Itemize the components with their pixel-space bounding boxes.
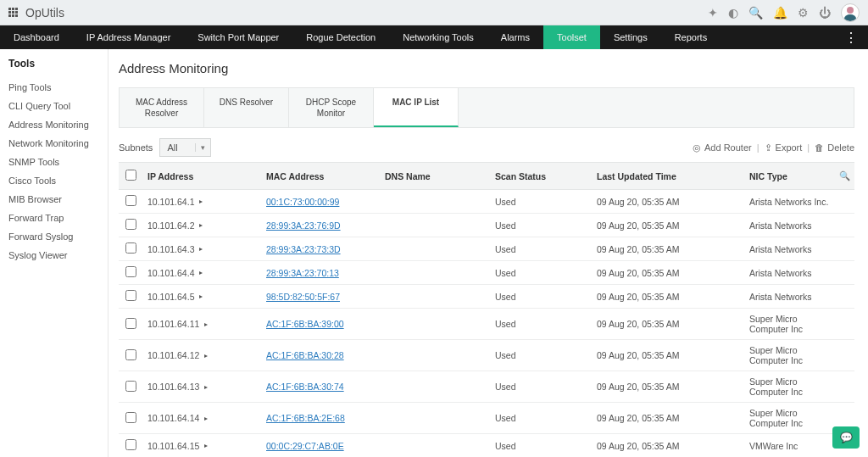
cell-mac-link[interactable]: 28:99:3A:23:76:9D	[266, 220, 341, 231]
expand-caret-icon[interactable]: ▸	[204, 383, 208, 391]
cell-time: 09 Aug 20, 05:35 AM	[592, 237, 744, 261]
row-checkbox[interactable]	[125, 266, 136, 277]
cell-mac-link[interactable]: 28:99:3A:23:70:13	[266, 268, 339, 278]
delete-button[interactable]: 🗑Delete	[815, 142, 854, 153]
row-checkbox[interactable]	[125, 219, 136, 230]
nav-item-ip-address-manager[interactable]: IP Address Manager	[73, 25, 184, 49]
row-checkbox[interactable]	[125, 439, 136, 450]
nav-item-networking-tools[interactable]: Networking Tools	[389, 25, 487, 49]
cell-status: Used	[490, 434, 592, 458]
column-search-icon[interactable]: 🔍	[834, 163, 854, 190]
col-ip[interactable]: IP Address	[142, 163, 261, 190]
expand-caret-icon[interactable]: ▸	[204, 320, 208, 328]
nav-item-rogue-detection[interactable]: Rogue Detection	[292, 25, 389, 49]
nav-item-reports[interactable]: Reports	[661, 25, 721, 49]
nav-item-settings[interactable]: Settings	[600, 25, 661, 49]
cell-status: Used	[490, 237, 592, 261]
cell-status: Used	[490, 403, 592, 434]
col-status[interactable]: Scan Status	[490, 163, 592, 190]
col-nic[interactable]: NIC Type	[744, 163, 834, 190]
cell-time: 09 Aug 20, 05:35 AM	[592, 340, 744, 371]
nav-item-dashboard[interactable]: Dashboard	[0, 25, 73, 49]
row-checkbox[interactable]	[125, 242, 136, 254]
search-icon[interactable]: 🔍	[748, 6, 763, 20]
col-mac[interactable]: MAC Address	[261, 163, 380, 190]
cell-ip: 10.101.64.15	[147, 441, 199, 451]
sidebar-item-ping-tools[interactable]: Ping Tools	[8, 78, 108, 97]
cell-mac-link[interactable]: AC:1F:6B:BA:2E:68	[266, 413, 345, 423]
expand-caret-icon[interactable]: ▸	[199, 245, 203, 253]
expand-caret-icon[interactable]: ▸	[204, 442, 208, 449]
bell-icon[interactable]: 🔔	[773, 6, 787, 20]
cell-nic: VMWare Inc	[744, 434, 834, 458]
table-row: 10.101.64.5▸98:5D:82:50:5F:67Used09 Aug …	[119, 285, 854, 309]
cell-mac-link[interactable]: AC:1F:6B:BA:30:28	[266, 350, 344, 360]
add-router-button[interactable]: ◎Add Router	[693, 142, 752, 153]
expand-caret-icon[interactable]: ▸	[199, 221, 203, 229]
headphones-icon[interactable]: ◐	[728, 6, 738, 20]
sidebar-item-address-monitoring[interactable]: Address Monitoring	[8, 115, 108, 134]
sidebar: Tools Ping ToolsCLI Query ToolAddress Mo…	[0, 49, 108, 457]
row-checkbox[interactable]	[125, 318, 136, 329]
cell-status: Used	[490, 340, 592, 371]
tab-mac-ip-list[interactable]: MAC IP List	[374, 88, 459, 127]
row-checkbox[interactable]	[125, 349, 136, 360]
nav-item-toolset[interactable]: Toolset	[543, 25, 600, 49]
expand-caret-icon[interactable]: ▸	[204, 352, 208, 359]
tab-dns-resolver[interactable]: DNS Resolver	[204, 88, 289, 127]
cell-time: 09 Aug 20, 05:35 AM	[592, 371, 744, 403]
avatar[interactable]	[841, 3, 860, 22]
cell-dns	[380, 403, 490, 434]
cell-mac-link[interactable]: AC:1F:6B:BA:39:00	[266, 319, 344, 329]
toolbar: Subnets All ▾ ◎Add Router | ⇪Export | 🗑D…	[119, 138, 854, 157]
sidebar-item-syslog-viewer[interactable]: Syslog Viewer	[8, 246, 108, 265]
nav-item-switch-port-mapper[interactable]: Switch Port Mapper	[184, 25, 292, 49]
export-button[interactable]: ⇪Export	[765, 142, 803, 153]
row-checkbox[interactable]	[125, 412, 136, 423]
expand-caret-icon[interactable]: ▸	[204, 415, 208, 422]
row-checkbox[interactable]	[125, 290, 136, 301]
col-dns[interactable]: DNS Name	[380, 163, 490, 190]
sidebar-item-network-monitoring[interactable]: Network Monitoring	[8, 134, 108, 153]
expand-caret-icon[interactable]: ▸	[199, 198, 203, 205]
sidebar-item-snmp-tools[interactable]: SNMP Tools	[8, 153, 108, 171]
cell-nic: Arista Networks	[744, 261, 834, 285]
nav-more-icon[interactable]: ⋮	[837, 30, 865, 46]
cell-ip: 10.101.64.12	[147, 350, 199, 360]
sidebar-item-mib-browser[interactable]: MIB Browser	[8, 190, 108, 209]
nav-item-alarms[interactable]: Alarms	[487, 25, 543, 49]
cell-ip: 10.101.64.3	[147, 244, 194, 254]
main-nav: DashboardIP Address ManagerSwitch Port M…	[0, 25, 868, 49]
sidebar-item-cisco-tools[interactable]: Cisco Tools	[8, 171, 108, 190]
power-icon[interactable]: ⏻	[819, 6, 831, 20]
gear-icon[interactable]: ⚙	[798, 6, 809, 20]
cell-time: 09 Aug 20, 05:35 AM	[592, 309, 744, 340]
row-checkbox[interactable]	[125, 381, 136, 392]
sidebar-item-forward-trap[interactable]: Forward Trap	[8, 209, 108, 227]
sidebar-item-cli-query-tool[interactable]: CLI Query Tool	[8, 97, 108, 115]
expand-caret-icon[interactable]: ▸	[199, 269, 203, 276]
cell-mac-link[interactable]: 28:99:3A:23:73:3D	[266, 244, 341, 254]
tab-mac-address-resolver[interactable]: MAC Address Resolver	[120, 88, 204, 127]
chat-fab[interactable]: 💬	[832, 426, 860, 449]
app-grid-icon[interactable]	[8, 8, 20, 17]
row-checkbox[interactable]	[125, 195, 136, 206]
subnets-dropdown[interactable]: All ▾	[159, 138, 210, 157]
cell-dns	[380, 190, 490, 214]
cell-mac-link[interactable]: 00:0C:29:C7:AB:0E	[266, 441, 344, 451]
brand-name: OpUtils	[25, 6, 64, 20]
rocket-icon[interactable]: ✦	[708, 6, 718, 20]
tab-dhcp-scope-monitor[interactable]: DHCP Scope Monitor	[289, 88, 374, 127]
cell-mac-link[interactable]: 00:1C:73:00:00:99	[266, 197, 339, 207]
table-row: 10.101.64.11▸AC:1F:6B:BA:39:00Used09 Aug…	[119, 309, 854, 340]
cell-mac-link[interactable]: 98:5D:82:50:5F:67	[266, 292, 340, 302]
col-time[interactable]: Last Updated Time	[592, 163, 744, 190]
cell-dns	[380, 214, 490, 237]
cell-mac-link[interactable]: AC:1F:6B:BA:30:74	[266, 382, 344, 392]
topbar-right: ✦ ◐ 🔍 🔔 ⚙ ⏻	[708, 3, 860, 22]
sidebar-item-forward-syslog[interactable]: Forward Syslog	[8, 227, 108, 246]
subnets-value: All	[160, 142, 194, 153]
expand-caret-icon[interactable]: ▸	[199, 293, 203, 300]
mac-ip-table: IP Address MAC Address DNS Name Scan Sta…	[119, 162, 854, 457]
select-all-checkbox[interactable]	[125, 170, 136, 181]
